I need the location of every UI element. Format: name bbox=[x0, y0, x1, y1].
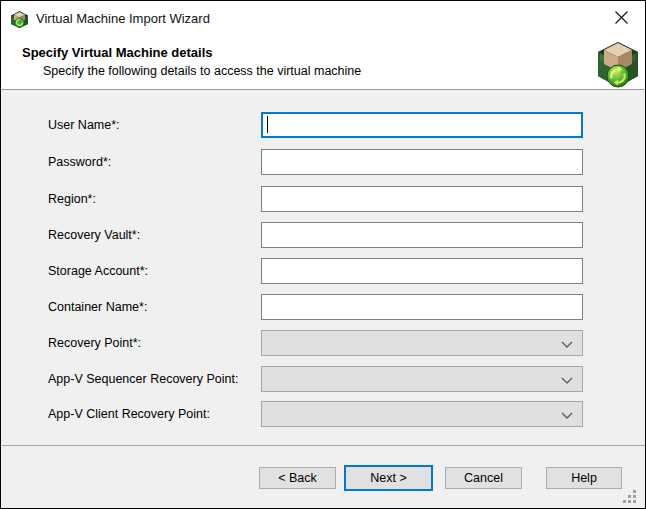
field-row-user-name: User Name*: bbox=[1, 112, 645, 138]
help-button[interactable]: Help bbox=[546, 467, 622, 489]
package-icon bbox=[11, 11, 28, 28]
form-area: User Name*: Password*: Region*: Recovery… bbox=[1, 91, 645, 446]
chevron-down-icon bbox=[561, 341, 573, 348]
container-name-label: Container Name*: bbox=[48, 294, 147, 320]
storage-account-label: Storage Account*: bbox=[48, 258, 148, 284]
back-button[interactable]: < Back bbox=[259, 467, 336, 489]
field-row-password: Password*: bbox=[1, 149, 645, 175]
appv-sequencer-recovery-point-dropdown[interactable] bbox=[261, 366, 583, 392]
field-row-appv-client-recovery-point: App-V Client Recovery Point: bbox=[1, 401, 645, 427]
field-row-container-name: Container Name*: bbox=[1, 294, 645, 320]
user-name-label: User Name*: bbox=[48, 112, 120, 138]
appv-sequencer-recovery-point-label: App-V Sequencer Recovery Point: bbox=[48, 366, 238, 392]
appv-client-recovery-point-label: App-V Client Recovery Point: bbox=[48, 401, 210, 427]
field-row-recovery-point: Recovery Point*: bbox=[1, 330, 645, 356]
password-label: Password*: bbox=[48, 149, 111, 175]
package-recycle-icon bbox=[598, 41, 638, 89]
region-input[interactable] bbox=[261, 186, 583, 212]
close-button[interactable] bbox=[599, 1, 643, 33]
recovery-point-label: Recovery Point*: bbox=[48, 330, 141, 356]
field-row-appv-sequencer-recovery-point: App-V Sequencer Recovery Point: bbox=[1, 366, 645, 392]
region-label: Region*: bbox=[48, 186, 96, 212]
recovery-point-dropdown[interactable] bbox=[261, 330, 583, 356]
container-name-input[interactable] bbox=[261, 294, 583, 320]
field-row-recovery-vault: Recovery Vault*: bbox=[1, 222, 645, 248]
recovery-vault-input[interactable] bbox=[261, 222, 583, 248]
chevron-down-icon bbox=[561, 377, 573, 384]
chevron-down-icon bbox=[561, 412, 573, 419]
page-title: Specify Virtual Machine details bbox=[22, 45, 213, 60]
recovery-vault-label: Recovery Vault*: bbox=[48, 222, 140, 248]
user-name-input[interactable] bbox=[261, 112, 583, 138]
resize-grip[interactable] bbox=[621, 488, 638, 505]
cancel-button[interactable]: Cancel bbox=[445, 467, 522, 489]
field-row-storage-account: Storage Account*: bbox=[1, 258, 645, 284]
wizard-header: Virtual Machine Import Wizard Specify Vi… bbox=[1, 1, 645, 90]
password-input[interactable] bbox=[261, 149, 583, 175]
appv-client-recovery-point-dropdown[interactable] bbox=[261, 401, 583, 427]
button-bar: < Back Next > Cancel Help bbox=[1, 447, 645, 508]
storage-account-input[interactable] bbox=[261, 258, 583, 284]
text-caret bbox=[267, 116, 268, 133]
next-button[interactable]: Next > bbox=[344, 465, 433, 491]
close-icon bbox=[614, 10, 629, 25]
virtual-machine-import-wizard-dialog: Virtual Machine Import Wizard Specify Vi… bbox=[0, 0, 646, 509]
field-row-region: Region*: bbox=[1, 186, 645, 212]
page-subtitle: Specify the following details to access … bbox=[43, 64, 361, 78]
window-title: Virtual Machine Import Wizard bbox=[36, 11, 210, 26]
